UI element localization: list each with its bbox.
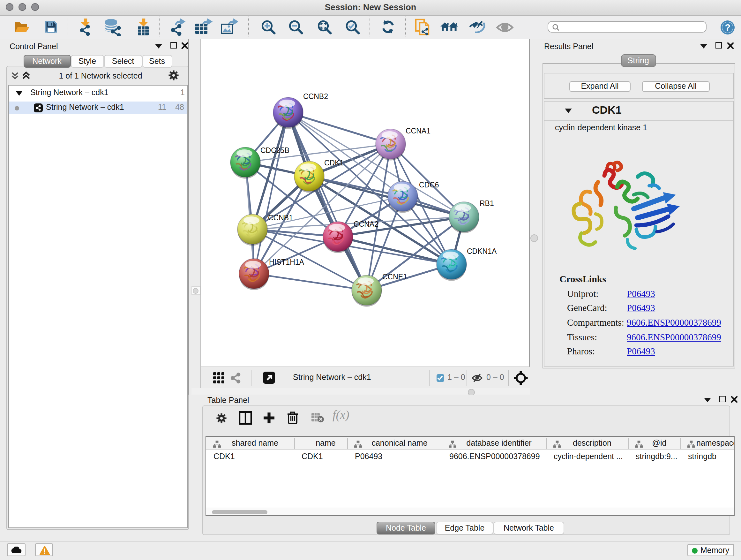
- svg-text:HIST1H1A: HIST1H1A: [269, 258, 305, 266]
- svg-text:CDK1: CDK1: [324, 159, 344, 167]
- svg-text:CDKN1A: CDKN1A: [467, 247, 497, 255]
- svg-text:CCNE1: CCNE1: [382, 273, 407, 281]
- svg-text:RB1: RB1: [480, 199, 494, 207]
- svg-text:CCNB2: CCNB2: [303, 92, 328, 101]
- svg-text:CCNB1: CCNB1: [268, 213, 293, 222]
- svg-text:CCNA1: CCNA1: [406, 127, 430, 135]
- svg-text:CDC25B: CDC25B: [260, 146, 289, 154]
- svg-text:CDC6: CDC6: [419, 181, 439, 189]
- svg-text:?: ?: [725, 22, 731, 32]
- svg-text:CCNA2: CCNA2: [354, 220, 379, 228]
